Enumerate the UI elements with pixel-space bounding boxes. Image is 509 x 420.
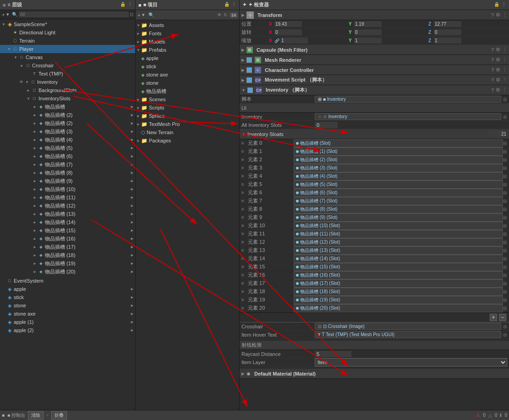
settings-icon[interactable]: ⚙ [496,47,500,53]
slot-ref-15[interactable]: 物品插槽 (15) (Slot) [294,263,503,271]
target-icon[interactable]: ◎ [503,165,507,170]
all-slots-input[interactable] [315,122,338,128]
settings-icon[interactable]: ⚙ [496,77,500,83]
help-icon[interactable]: ? [491,47,494,53]
target-icon[interactable]: ◎ [503,223,507,228]
hierarchy-search-input[interactable] [19,11,129,17]
project-item-models[interactable]: ► 📁 Models [136,38,239,46]
rotation-z-input[interactable] [434,29,461,35]
tree-item-slot18[interactable]: ► ◈ 物品插槽 (17) ► [0,243,135,251]
target-icon[interactable]: ◎ [503,198,507,203]
tree-item-slot2[interactable]: ► ◈ 物品插槽 (2) ► [0,111,135,119]
tree-item-slot9[interactable]: ► ◈ 物品插槽 (8) ► [0,169,135,177]
project-item-sprites[interactable]: ► 📁 Sprites [136,112,239,120]
more-icon[interactable]: ⋮ [502,47,507,53]
help-icon[interactable]: ? [491,87,494,93]
tree-item-samplescene[interactable]: ▼ ◈ SampleScene* [0,20,135,28]
position-y-input[interactable] [354,21,382,27]
slot-ref-1[interactable]: 物品插槽 (1) (Slot) [294,147,503,156]
slot-ref-5[interactable]: 物品插槽 (5) (Slot) [294,180,503,189]
settings-icon[interactable]: ⚙ [496,57,500,63]
project-item-stone-axe[interactable]: ◈ stone axe [136,71,239,79]
inventory-sloats-header[interactable]: ▼ Inventory Sloats [240,129,509,139]
tree-item-slot17[interactable]: ► ◈ 物品插槽 (16) ► [0,235,135,243]
tree-item-slot7[interactable]: ► ◈ 物品插槽 (6) ► [0,152,135,160]
more-icon[interactable]: ⋮ [502,87,507,93]
tree-item-backgroundslots[interactable]: ► □ BackgroundSlots [0,86,135,94]
help-icon[interactable]: ? [491,67,494,73]
target-icon[interactable]: ◎ [503,141,507,146]
slot-ref-9[interactable]: 物品插槽 (9) (Slot) [294,213,503,222]
more-icon[interactable]: ⋮ [502,77,507,83]
tree-item-slot10[interactable]: ► ◈ 物品插槽 (9) ► [0,177,135,185]
tree-item-stone[interactable]: ◈ stone ► [0,301,135,310]
tree-item-terrain[interactable]: ⬡ Terrain [0,37,135,45]
remove-slot-button[interactable]: − [499,314,506,321]
project-item-stone[interactable]: ◈ stone [136,79,239,87]
slot-ref-6[interactable]: 物品插槽 (6) (Slot) [294,189,503,197]
project-item-textmesh[interactable]: ► 📁 TextMesh Pro [136,120,239,128]
more-icon[interactable]: ⋮ [502,57,507,63]
project-item-assets[interactable]: ▼ 📁 Assets [136,21,239,29]
slot-ref-4[interactable]: 物品插槽 (4) (Slot) [294,172,503,180]
project-item-stick[interactable]: ◈ stick [136,62,239,71]
tree-item-text-tmp[interactable]: T Text (TMP) [0,70,135,78]
rotation-y-input[interactable] [354,29,382,35]
tree-item-slot6[interactable]: ► ◈ 物品插槽 (5) ► [0,144,135,152]
clear-button[interactable]: 清除 [28,411,44,420]
tree-item-canvas[interactable]: ▼ □ Canvas [0,53,135,61]
project-item-fonts[interactable]: ► 📁 Fonts [136,29,239,38]
slot-ref-8[interactable]: 物品插槽 (8) (Slot) [294,205,503,213]
scale-x-input[interactable] [280,38,308,44]
slot-ref-7[interactable]: 物品插槽 (7) (Slot) [294,197,503,205]
tree-item-inventory[interactable]: 👁 ▼ □ Inventory [0,78,135,86]
eye-icon[interactable]: 👁 [217,12,222,17]
tree-item-stick[interactable]: ◈ stick ► [0,293,135,301]
tree-item-stone-axe[interactable]: ◈ stone axe ► [0,310,135,318]
tree-item-slot19[interactable]: ► ◈ 物品插槽 (18) ► [0,251,135,259]
help-icon[interactable]: ? [491,12,494,18]
tree-item-player[interactable]: ▼ □ Player [0,45,135,53]
slot-ref-0[interactable]: 物品插槽 (Slot) [294,139,503,147]
project-item-scenes[interactable]: ► 📁 Scenes [136,95,239,104]
project-item-scripts[interactable]: ► 📁 Scripts [136,104,239,112]
project-item-item-slot[interactable]: ◈ 物品插槽 [136,87,239,95]
slot-ref-11[interactable]: 物品插槽 (11) (Slot) [294,230,503,238]
target-icon[interactable]: ◎ [503,190,507,195]
tree-item-apple[interactable]: ◈ apple ► [0,285,135,293]
transform-component-header[interactable]: ▶ ⊹ Transform ? ⚙ ⋮ [240,10,509,20]
more-icon[interactable]: ⋮ [502,12,507,18]
target-icon[interactable]: ◎ [503,207,507,212]
target-icon[interactable]: ◎ [503,149,507,154]
tree-item-crosshair[interactable]: ► □ Crosshair [0,61,135,70]
project-item-prefabs[interactable]: ▼ 📁 Prefabs [136,46,239,54]
inventory-script-header[interactable]: ▼ C# Inventory （脚本） ? ⚙ ⋮ [240,85,509,95]
inventory-script-checkbox[interactable] [247,87,253,93]
slot-ref-12[interactable]: 物品插槽 (12) (Slot) [294,238,503,246]
tree-item-apple1[interactable]: ◈ apple (1) ► [0,318,135,326]
target-icon[interactable]: ◎ [503,157,507,162]
target-icon[interactable]: ◎ [503,273,507,278]
tree-item-slot16[interactable]: ► ◈ 物品插槽 (15) ► [0,226,135,235]
item-hover-ref[interactable]: T T Text (TMP) (Text Mesh Pro UGUI) [315,331,501,338]
tree-item-slot3[interactable]: ► ◈ 物品插槽 (2) ► [0,119,135,127]
target-icon[interactable]: ◎ [503,281,507,286]
item-layer-select[interactable]: Item [315,358,507,366]
more-icon[interactable]: ⋮ [231,2,236,8]
movement-script-header[interactable]: ▶ C# Movement Script （脚本） ? ⚙ ⋮ [240,75,509,85]
tree-item-slot13[interactable]: ► ◈ 物品插槽 (12) ► [0,202,135,210]
target-icon[interactable]: ◎ [503,305,507,311]
add-slot-button[interactable]: + [490,314,497,321]
project-item-new-terrain[interactable]: ⬡ New Terrain [136,128,239,136]
tree-item-slot21[interactable]: ► ◈ 物品插槽 (20) ► [0,267,135,276]
slot-ref-13[interactable]: 物品插槽 (13) (Slot) [294,246,503,255]
target-icon[interactable]: ◎ [503,289,507,294]
tree-item-slot11[interactable]: ► ◈ 物品插槽 (10) ► [0,185,135,193]
target-icon[interactable]: ◎ [503,182,507,187]
target-icon[interactable]: ◎ [503,248,507,253]
char-controller-checkbox[interactable] [246,67,252,73]
target-icon[interactable]: ◎ [503,174,507,179]
inventory-sloats-count[interactable] [489,131,507,137]
target-icon[interactable]: ◎ [503,231,507,236]
position-x-input[interactable] [274,21,302,27]
